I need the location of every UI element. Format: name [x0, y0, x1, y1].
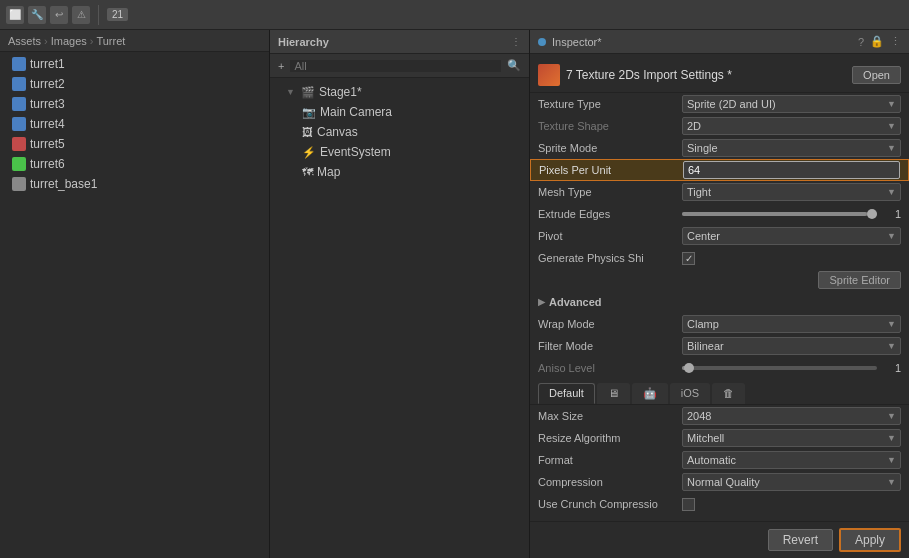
top-toolbar: ⬜ 🔧 ↩ ⚠ 21 [0, 0, 909, 30]
wrap-mode-value: Clamp [687, 318, 719, 330]
asset-icon [12, 137, 26, 151]
hierarchy-item-canvas[interactable]: 🖼 Canvas [270, 122, 529, 142]
hierarchy-search-icon[interactable]: 🔍 [507, 59, 521, 72]
aniso-level-value: 1 [881, 362, 901, 374]
chevron-down-icon: ▼ [887, 231, 896, 241]
advanced-section-header[interactable]: ▶ Advanced [530, 291, 909, 313]
add-hierarchy-button[interactable]: + [278, 60, 284, 72]
list-item[interactable]: turret3 [0, 94, 269, 114]
inspector-options-icon[interactable]: ⋮ [890, 35, 901, 48]
breadcrumb-images: Images [51, 35, 87, 47]
chevron-down-icon: ▼ [887, 121, 896, 131]
tool-icon-1[interactable]: ⬜ [6, 6, 24, 24]
sprite-mode-dropdown[interactable]: Single ▼ [682, 139, 901, 157]
aniso-level-label: Aniso Level [538, 362, 678, 374]
texture-shape-dropdown[interactable]: 2D ▼ [682, 117, 901, 135]
format-row: Format Automatic ▼ [530, 449, 909, 471]
tab-ios[interactable]: iOS [670, 383, 710, 404]
hierarchy-item-label: Map [317, 165, 340, 179]
pixels-per-unit-input[interactable] [683, 161, 900, 179]
open-button[interactable]: Open [852, 66, 901, 84]
list-item[interactable]: turret1 [0, 54, 269, 74]
tab-default[interactable]: Default [538, 383, 595, 404]
tool-icon-4[interactable]: ⚠ [72, 6, 90, 24]
texture-type-label: Texture Type [538, 98, 678, 110]
hierarchy-stage-label: Stage1* [319, 85, 362, 99]
search-hierarchy-input[interactable]: All [290, 60, 501, 72]
list-item[interactable]: turret6 [0, 154, 269, 174]
chevron-down-icon: ▼ [887, 341, 896, 351]
compression-value: Normal Quality [687, 476, 760, 488]
hierarchy-item-label: Canvas [317, 125, 358, 139]
eventsystem-icon: ⚡ [302, 146, 316, 159]
mesh-type-dropdown[interactable]: Tight ▼ [682, 183, 901, 201]
tab-android[interactable]: 🤖 [632, 383, 668, 404]
collapse-advanced-icon: ▶ [538, 297, 545, 307]
texture-type-row: Texture Type Sprite (2D and UI) ▼ [530, 93, 909, 115]
apply-button[interactable]: Apply [839, 528, 901, 552]
hierarchy-list: ▼ 🎬 Stage1* 📷 Main Camera 🖼 Canvas ⚡ Eve… [270, 78, 529, 558]
hierarchy-item-maincamera[interactable]: 📷 Main Camera [270, 102, 529, 122]
sprite-editor-button[interactable]: Sprite Editor [818, 271, 901, 289]
resize-algorithm-value: Mitchell [687, 432, 724, 444]
hierarchy-options-icon[interactable]: ⋮ [511, 36, 521, 47]
breadcrumb-assets: Assets [8, 35, 41, 47]
pivot-dropdown[interactable]: Center ▼ [682, 227, 901, 245]
tab-desktop[interactable]: 🖥 [597, 383, 630, 404]
texture-shape-row: Texture Shape 2D ▼ [530, 115, 909, 137]
list-item[interactable]: turret2 [0, 74, 269, 94]
use-crunch-checkbox[interactable] [682, 498, 695, 511]
active-tab-indicator [538, 38, 546, 46]
collapse-arrow-icon: ▼ [286, 87, 295, 97]
compression-label: Compression [538, 476, 678, 488]
tool-icon-2[interactable]: 🔧 [28, 6, 46, 24]
filter-mode-row: Filter Mode Bilinear ▼ [530, 335, 909, 357]
format-dropdown[interactable]: Automatic ▼ [682, 451, 901, 469]
asset-icon [12, 57, 26, 71]
generate-physics-checkbox[interactable]: ✓ [682, 252, 695, 265]
list-item[interactable]: turret_base1 [0, 174, 269, 194]
asset-list: turret1 turret2 turret3 turret4 turret5 … [0, 52, 269, 558]
hierarchy-item-eventsystem[interactable]: ⚡ EventSystem [270, 142, 529, 162]
compression-dropdown[interactable]: Normal Quality ▼ [682, 473, 901, 491]
aniso-level-slider[interactable] [682, 366, 877, 370]
format-value: Automatic [687, 454, 736, 466]
max-size-dropdown[interactable]: 2048 ▼ [682, 407, 901, 425]
desktop-icon: 🖥 [608, 387, 619, 399]
canvas-icon: 🖼 [302, 126, 313, 138]
asset-icon [12, 97, 26, 111]
toolbar-badge: 21 [107, 8, 128, 21]
advanced-section-label: Advanced [549, 296, 602, 308]
texture-type-dropdown[interactable]: Sprite (2D and UI) ▼ [682, 95, 901, 113]
hierarchy-header: Hierarchy ⋮ [270, 30, 529, 54]
pixels-per-unit-label: Pixels Per Unit [539, 164, 679, 176]
revert-button[interactable]: Revert [768, 529, 833, 551]
inspector-help-icon[interactable]: ? [858, 36, 864, 48]
wrap-mode-dropdown[interactable]: Clamp ▼ [682, 315, 901, 333]
mesh-type-row: Mesh Type Tight ▼ [530, 181, 909, 203]
inspector-lock-icon[interactable]: 🔒 [870, 35, 884, 48]
breadcrumb-turret: Turret [96, 35, 125, 47]
list-item[interactable]: turret5 [0, 134, 269, 154]
sprite-mode-row: Sprite Mode Single ▼ [530, 137, 909, 159]
extrude-edges-row: Extrude Edges 1 [530, 203, 909, 225]
tool-icon-3[interactable]: ↩ [50, 6, 68, 24]
filter-mode-dropdown[interactable]: Bilinear ▼ [682, 337, 901, 355]
asset-label: turret_base1 [30, 177, 97, 191]
inspector-header: Inspector* ? 🔒 ⋮ [530, 30, 909, 54]
extrude-edges-slider[interactable] [682, 212, 877, 216]
platform-tabs: Default 🖥 🤖 iOS 🗑 [530, 379, 909, 405]
chevron-down-icon: ▼ [887, 187, 896, 197]
toolbar-separator [98, 5, 99, 25]
hierarchy-stage[interactable]: ▼ 🎬 Stage1* [270, 82, 529, 102]
generate-physics-row: Generate Physics Shi ✓ [530, 247, 909, 269]
chevron-down-icon: ▼ [887, 99, 896, 109]
list-item[interactable]: turret4 [0, 114, 269, 134]
tab-delete[interactable]: 🗑 [712, 383, 745, 404]
sprite-editor-row: Sprite Editor [530, 269, 909, 291]
aniso-level-row: Aniso Level 1 [530, 357, 909, 379]
extrude-edges-label: Extrude Edges [538, 208, 678, 220]
resize-algorithm-dropdown[interactable]: Mitchell ▼ [682, 429, 901, 447]
inspector-title-content: 7 Texture 2Ds Import Settings * [538, 64, 732, 86]
hierarchy-item-map[interactable]: 🗺 Map [270, 162, 529, 182]
